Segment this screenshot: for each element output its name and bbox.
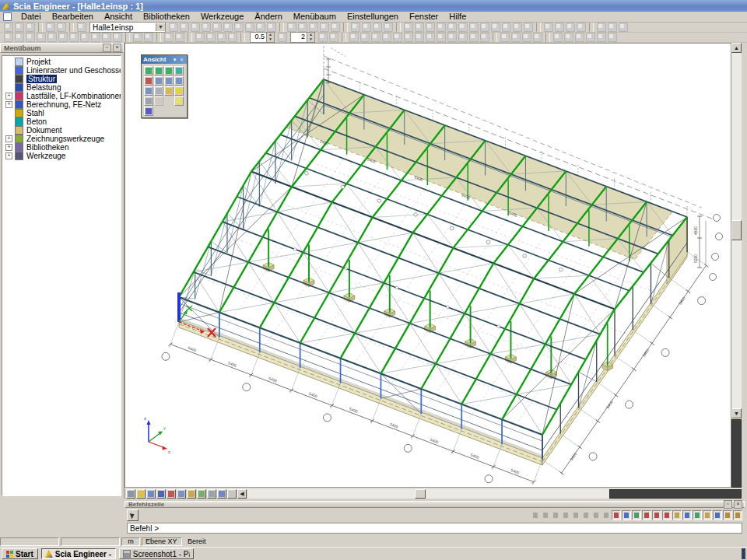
connect-icon[interactable]	[144, 33, 153, 42]
save-icon[interactable]	[26, 23, 35, 32]
expand-icon[interactable]: +	[5, 101, 12, 108]
zoom-selection-icon[interactable]	[169, 23, 178, 32]
redo-icon[interactable]	[57, 23, 66, 32]
open-folder-icon[interactable]	[15, 23, 24, 32]
scroll-thumb[interactable]	[731, 220, 742, 240]
toolbar-icon[interactable]	[279, 23, 284, 32]
polyline-icon[interactable]	[575, 33, 584, 42]
view-axonometric-icon[interactable]	[174, 66, 184, 75]
support-icon[interactable]	[447, 33, 457, 42]
clip-icon[interactable]	[373, 23, 382, 32]
draw-arc-icon[interactable]	[541, 510, 550, 520]
taskbar-task-button[interactable]: Scia Engineer - [Halle...	[41, 548, 116, 559]
snap-plane-icon[interactable]	[723, 510, 732, 520]
wall-icon[interactable]	[393, 33, 402, 42]
print-data-icon[interactable]	[180, 23, 189, 32]
expand-icon[interactable]: +	[5, 93, 12, 100]
new-window-icon[interactable]	[544, 23, 553, 32]
doc-pages-icon[interactable]	[207, 489, 216, 499]
snap-length-icon[interactable]	[713, 510, 722, 520]
tree-item-lastfaelle[interactable]: + Lastfälle, LF-Kombinationen	[2, 92, 121, 100]
toolbar-icon[interactable]	[188, 33, 192, 42]
snap-endpoint-icon[interactable]	[652, 510, 661, 520]
catalog-block-icon[interactable]	[500, 33, 510, 42]
select-mode-icon[interactable]	[146, 489, 156, 499]
menu-item[interactable]: Hilfe	[444, 12, 472, 21]
calculator-icon[interactable]	[384, 23, 393, 32]
status-unit[interactable]: m	[121, 537, 140, 546]
tree-item-struktur[interactable]: + Struktur	[2, 75, 121, 83]
circle-icon[interactable]	[586, 33, 595, 42]
window-layout-icon[interactable]	[458, 23, 468, 32]
mirror-icon[interactable]	[37, 33, 46, 42]
render-icon[interactable]	[223, 23, 233, 32]
rigid-arm-icon[interactable]	[469, 33, 479, 42]
tree-item-dokument[interactable]: + Dokument	[2, 126, 121, 135]
mesh-icon[interactable]	[267, 23, 276, 32]
menu-item[interactable]: Bearbeiten	[47, 12, 99, 21]
image-gallery-icon[interactable]	[191, 23, 200, 32]
snap-midpoint-icon[interactable]	[662, 510, 672, 520]
load-display-icon[interactable]	[156, 489, 166, 499]
toolbar-icon[interactable]	[38, 23, 43, 32]
line-grid-snap-icon[interactable]	[632, 510, 641, 520]
window-layout-icon[interactable]	[480, 23, 489, 32]
window-layout-icon[interactable]	[513, 23, 522, 32]
window-layout-icon[interactable]	[447, 23, 457, 32]
close-icon[interactable]: ×	[178, 56, 185, 63]
cross-link-icon[interactable]	[480, 33, 489, 42]
haunch-icon[interactable]	[426, 33, 435, 42]
load-panel-icon[interactable]	[415, 33, 424, 42]
rotate-icon[interactable]	[26, 33, 35, 42]
import-icon[interactable]	[522, 33, 531, 42]
tree-item-linienraster[interactable]: + Linienraster und Geschosse	[2, 66, 121, 75]
undo-icon[interactable]	[46, 23, 55, 32]
window-layout-icon[interactable]	[524, 23, 533, 32]
group-icon[interactable]	[217, 33, 226, 42]
snap-arc-center-icon[interactable]	[703, 510, 712, 520]
pin-icon[interactable]: ▫	[103, 44, 111, 52]
tree-item-zeichnungswerkzeuge[interactable]: + Zeichnungswerkzeuge	[2, 135, 121, 143]
highlight-icon[interactable]	[136, 489, 146, 499]
tree-item-berechnung[interactable]: + Berechnung, FE-Netz	[2, 100, 121, 109]
join-icon[interactable]	[102, 33, 111, 42]
window-layout-icon[interactable]	[469, 23, 479, 32]
view-front-icon[interactable]	[144, 66, 153, 75]
node-icon[interactable]	[437, 33, 446, 42]
toolbar-icon[interactable]	[69, 23, 74, 32]
window-layout-icon[interactable]	[491, 23, 500, 32]
snap-step-spinner[interactable]: 0.5 ▲▼	[250, 32, 275, 43]
structure-3d-view[interactable]: 5400540054005400540054005400540054005400…	[125, 44, 731, 487]
window-layout-icon[interactable]	[502, 23, 511, 32]
pick-select-icon[interactable]	[591, 510, 601, 520]
zoom-window-icon[interactable]	[174, 76, 184, 86]
toolbar-icon[interactable]	[125, 33, 130, 42]
beam-icon[interactable]	[371, 33, 381, 42]
window-layout-icon[interactable]	[426, 23, 435, 32]
scroll-thumb[interactable]	[415, 489, 426, 499]
vertical-scrollbar[interactable]: ▲ ▼	[731, 43, 742, 488]
scroll-down-icon[interactable]: ▼	[731, 408, 742, 418]
link-icon[interactable]	[351, 23, 360, 32]
expand-icon[interactable]: +	[5, 152, 12, 159]
pick-polyline-icon[interactable]	[601, 510, 611, 520]
tile-windows-icon[interactable]	[566, 23, 575, 32]
close-icon[interactable]: ×	[734, 500, 742, 509]
stretch-icon[interactable]	[58, 33, 68, 42]
hinge-icon[interactable]	[458, 33, 468, 42]
pick-node-icon[interactable]	[571, 510, 580, 520]
extend-icon[interactable]	[80, 33, 89, 42]
tree-item-belastung[interactable]: + Belastung	[2, 83, 121, 92]
named-view-icon[interactable]	[154, 96, 163, 106]
grid-icon[interactable]	[608, 33, 617, 42]
render-wire-icon[interactable]	[197, 489, 206, 499]
multi-window-icon[interactable]	[144, 107, 153, 116]
menu-tree-header[interactable]: Menübaum ▫ ×	[0, 43, 124, 53]
plate-icon[interactable]	[382, 33, 391, 42]
printer-icon[interactable]	[287, 23, 296, 32]
draw-circle-icon[interactable]	[551, 510, 560, 520]
clipping-box-icon[interactable]	[164, 86, 174, 96]
bind-icon[interactable]	[195, 33, 205, 42]
ucs-icon[interactable]	[144, 76, 153, 86]
zoom-all-icon[interactable]	[144, 86, 153, 96]
